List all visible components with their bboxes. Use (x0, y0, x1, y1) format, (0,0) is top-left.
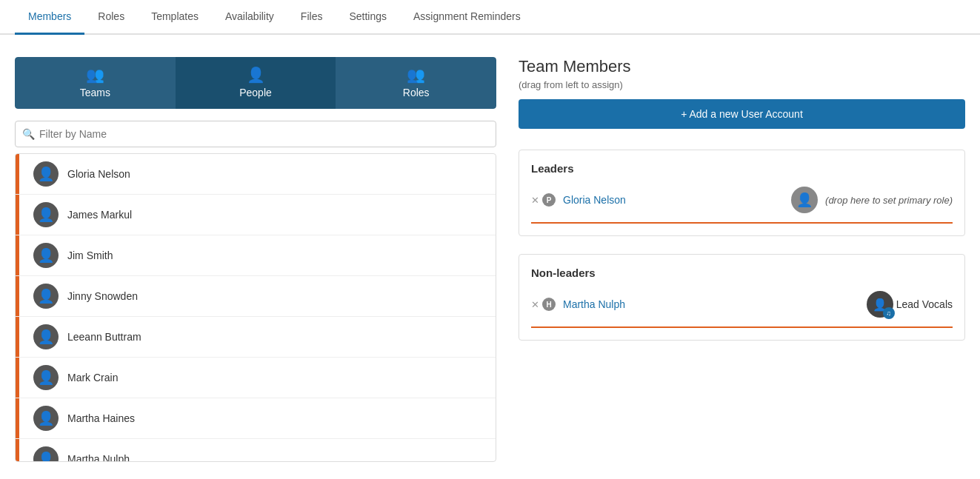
person-name: Leeann Buttram (67, 331, 141, 343)
leader-name[interactable]: Gloria Nelson (563, 194, 626, 206)
teams-label: Teams (80, 87, 110, 98)
list-item[interactable]: 👤Mark Crain (16, 358, 496, 398)
tab-settings[interactable]: Settings (336, 0, 400, 35)
remove-leader-button[interactable]: ✕ (531, 195, 539, 206)
person-name: Martha Nulph (67, 453, 130, 462)
tab-files[interactable]: Files (287, 0, 336, 35)
person-name: Jim Smith (67, 249, 113, 261)
roles-label: Roles (403, 87, 430, 98)
toggle-bar: 👥 Teams 👤 People 👥 Roles (15, 57, 496, 109)
search-input[interactable] (15, 121, 496, 147)
list-item[interactable]: 👤Martha Haines (16, 398, 496, 439)
avatar: 👤 (33, 324, 59, 349)
add-user-button[interactable]: + Add a new User Account (519, 99, 965, 129)
list-item[interactable]: 👤Martha Nulph (16, 439, 496, 462)
drop-text: (drop here to set primary role) (825, 195, 953, 206)
leader-row: ✕ P Gloria Nelson 👤 (drop here to set pr… (531, 187, 953, 224)
avatar: 👤 (33, 365, 59, 390)
list-item[interactable]: 👤James Markul (16, 195, 496, 235)
role-avatar: 👤 ♫ (867, 291, 893, 318)
non-leader-badge: H (542, 298, 556, 311)
people-toggle[interactable]: 👤 People (176, 57, 336, 109)
right-header: Team Members (drag from left to assign) … (519, 57, 965, 129)
avatar: 👤 (33, 161, 59, 187)
main-container: 👥 Teams 👤 People 👥 Roles 🔍 👤Gloria Nelso… (0, 35, 980, 477)
member-controls: ✕ P (531, 193, 556, 207)
list-item[interactable]: 👤Jinny Snowden (16, 276, 496, 317)
page-title: Team Members (519, 57, 965, 76)
leaders-section: Leaders ✕ P Gloria Nelson 👤 (drop here t… (519, 150, 965, 236)
avatar: 👤 (33, 406, 59, 431)
non-leaders-section: Non-leaders ✕ H Martha Nulph 👤 ♫ Lead Vo… (519, 254, 965, 341)
list-item[interactable]: 👤Jim Smith (16, 235, 496, 276)
member-controls-2: ✕ H (531, 298, 556, 311)
teams-icon: 👥 (86, 67, 104, 82)
person-name: Mark Crain (67, 372, 118, 383)
non-leaders-title: Non-leaders (531, 267, 953, 279)
tab-templates[interactable]: Templates (138, 0, 212, 35)
person-name: Gloria Nelson (67, 168, 130, 180)
drop-avatar: 👤 (791, 187, 818, 213)
remove-non-leader-button[interactable]: ✕ (531, 299, 539, 310)
non-leader-row: ✕ H Martha Nulph 👤 ♫ Lead Vocals (531, 291, 953, 328)
avatar: 👤 (33, 202, 59, 227)
right-panel: Team Members (drag from left to assign) … (519, 57, 965, 462)
tab-members[interactable]: Members (15, 0, 84, 35)
search-icon: 🔍 (22, 128, 35, 140)
roles-toggle[interactable]: 👥 Roles (336, 57, 496, 109)
tab-assignment-reminders[interactable]: Assignment Reminders (400, 0, 534, 35)
avatar: 👤 (33, 284, 59, 309)
leaders-title: Leaders (531, 162, 953, 175)
non-leader-name[interactable]: Martha Nulph (563, 298, 625, 310)
top-nav: MembersRolesTemplatesAvailabilityFilesSe… (0, 0, 980, 35)
person-name: Martha Haines (67, 412, 135, 424)
person-name: Jinny Snowden (67, 290, 138, 302)
drag-subtitle: (drag from left to assign) (519, 79, 965, 90)
list-item[interactable]: 👤Gloria Nelson (16, 154, 496, 195)
search-container: 🔍 (15, 121, 496, 147)
role-badge-icon: ♫ (883, 307, 895, 319)
list-item[interactable]: 👤Leeann Buttram (16, 317, 496, 358)
leader-badge: P (542, 193, 556, 207)
teams-toggle[interactable]: 👥 Teams (15, 57, 176, 109)
role-name: Lead Vocals (896, 298, 953, 310)
tab-availability[interactable]: Availability (212, 0, 287, 35)
avatar: 👤 (33, 446, 59, 462)
people-label: People (239, 87, 272, 98)
people-icon: 👤 (247, 67, 265, 82)
tab-roles[interactable]: Roles (84, 0, 138, 35)
people-list: 👤Gloria Nelson👤James Markul👤Jim Smith👤Ji… (15, 153, 496, 462)
roles-icon: 👥 (407, 67, 425, 82)
person-name: James Markul (67, 209, 132, 221)
left-panel: 👥 Teams 👤 People 👥 Roles 🔍 👤Gloria Nelso… (15, 57, 496, 462)
avatar: 👤 (33, 243, 59, 268)
